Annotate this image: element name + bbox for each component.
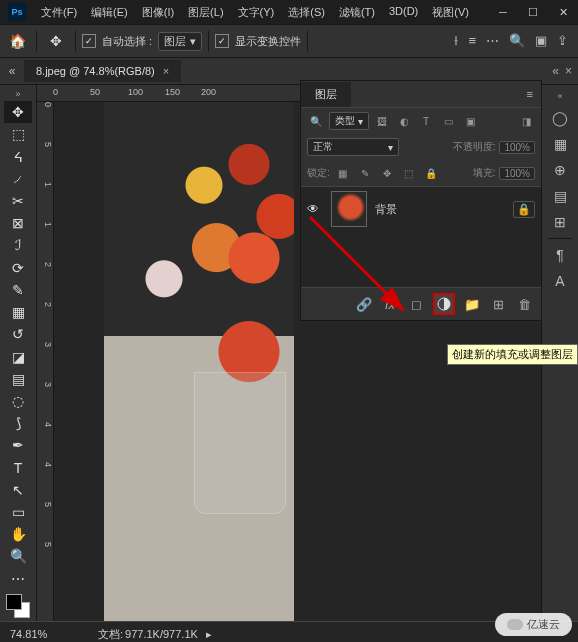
panel-header: 图层 ≡: [301, 81, 541, 108]
edit-toolbar-icon[interactable]: ⋯: [4, 568, 32, 590]
home-icon[interactable]: 🏠: [4, 28, 30, 54]
swatches-panel-icon[interactable]: ▦: [546, 131, 574, 157]
filter-type-icon[interactable]: T: [417, 112, 435, 130]
lock-artboard-icon[interactable]: ⬚: [400, 164, 418, 182]
menu-select[interactable]: 选择(S): [281, 1, 332, 24]
new-group-icon[interactable]: 📁: [463, 295, 481, 313]
menu-filter[interactable]: 滤镜(T): [332, 1, 382, 24]
blend-mode-dropdown[interactable]: 正常 ▾: [307, 138, 399, 156]
show-transform-checkbox[interactable]: ✓: [215, 34, 229, 48]
link-layers-icon[interactable]: 🔗: [355, 295, 373, 313]
healing-brush-tool[interactable]: ⟳: [4, 257, 32, 279]
delete-layer-icon[interactable]: 🗑: [515, 295, 533, 313]
minimize-icon[interactable]: ─: [488, 0, 518, 24]
crop-tool[interactable]: ✂: [4, 190, 32, 212]
zoom-value[interactable]: 74.81%: [0, 628, 74, 640]
tab-close-icon[interactable]: ×: [163, 65, 169, 77]
layer-thumbnail[interactable]: [331, 191, 367, 227]
layer-name[interactable]: 背景: [375, 202, 397, 217]
more-icon[interactable]: ⋯: [486, 33, 499, 49]
canvas[interactable]: [54, 102, 294, 621]
dodge-tool[interactable]: ⟆: [4, 412, 32, 434]
shape-tool[interactable]: ▭: [4, 501, 32, 523]
color-swatches[interactable]: [4, 594, 32, 621]
foreground-color-swatch[interactable]: [6, 594, 22, 610]
clone-stamp-tool[interactable]: ▦: [4, 301, 32, 323]
filter-type-dropdown[interactable]: 类型 ▾: [329, 112, 369, 130]
distribute-icon[interactable]: ≡: [468, 33, 476, 49]
history-brush-tool[interactable]: ↺: [4, 323, 32, 345]
filter-pixel-icon[interactable]: 🖼: [373, 112, 391, 130]
panel-menu-icon[interactable]: ≡: [527, 88, 541, 100]
rail-collapse-icon[interactable]: «: [557, 91, 562, 101]
menu-3d[interactable]: 3D(D): [382, 1, 425, 24]
new-fill-adjustment-layer-icon[interactable]: [433, 293, 455, 315]
align-icon[interactable]: ⫲: [454, 33, 458, 49]
filter-shape-icon[interactable]: ▭: [439, 112, 457, 130]
new-layer-icon[interactable]: ⊞: [489, 295, 507, 313]
doc-size[interactable]: 文档: 977.1K/977.1K ▸: [74, 627, 212, 642]
opacity-value[interactable]: 100%: [499, 141, 535, 154]
blur-tool[interactable]: ◌: [4, 390, 32, 412]
auto-select-checkbox[interactable]: ✓: [82, 34, 96, 48]
filter-smart-icon[interactable]: ▣: [461, 112, 479, 130]
type-tool[interactable]: T: [4, 457, 32, 479]
tab-close-all-icon[interactable]: ×: [565, 64, 572, 78]
layer-lock-icon[interactable]: 🔒: [513, 201, 535, 218]
menu-type[interactable]: 文字(Y): [231, 1, 282, 24]
filter-toggle-icon[interactable]: ◨: [517, 112, 535, 130]
options-bar: 🏠 ✥ ✓ 自动选择 : 图层 ▾ ✓ 显示变换控件 ⫲ ≡ ⋯ 🔍 ▣ ⇪: [0, 24, 578, 58]
maximize-icon[interactable]: ☐: [518, 0, 548, 24]
menu-view[interactable]: 视图(V): [425, 1, 476, 24]
search-icon[interactable]: 🔍: [307, 112, 325, 130]
path-select-tool[interactable]: ↖: [4, 479, 32, 501]
layers-tab[interactable]: 图层: [301, 82, 351, 107]
paragraph-panel-icon[interactable]: ¶: [546, 242, 574, 268]
frame-tool[interactable]: ⊠: [4, 212, 32, 234]
color-panel-icon[interactable]: ◯: [546, 105, 574, 131]
menu-layer[interactable]: 图层(L): [181, 1, 230, 24]
move-tool[interactable]: ✥: [4, 101, 32, 123]
lock-all-icon[interactable]: 🔒: [422, 164, 440, 182]
move-tool-icon[interactable]: ✥: [43, 28, 69, 54]
marquee-tool[interactable]: ⬚: [4, 123, 32, 145]
hand-tool[interactable]: ✋: [4, 523, 32, 545]
flyout-icon[interactable]: ▸: [206, 628, 212, 641]
libraries-panel-icon[interactable]: ⊞: [546, 209, 574, 235]
layer-row-background[interactable]: 👁 背景 🔒: [301, 187, 541, 231]
lasso-tool[interactable]: ᔦ: [4, 145, 32, 167]
properties-panel-icon[interactable]: ▤: [546, 183, 574, 209]
adjustments-panel-icon[interactable]: ⊕: [546, 157, 574, 183]
gradient-tool[interactable]: ▤: [4, 368, 32, 390]
toolbox-collapse-icon[interactable]: »: [15, 89, 20, 99]
tabs-expand-icon[interactable]: «: [552, 64, 559, 78]
fill-value[interactable]: 100%: [499, 167, 535, 180]
visibility-toggle-icon[interactable]: 👁: [307, 202, 323, 216]
add-mask-icon[interactable]: ◻: [407, 295, 425, 313]
zoom-tool[interactable]: 🔍: [4, 545, 32, 567]
menu-image[interactable]: 图像(I): [135, 1, 181, 24]
pen-tool[interactable]: ✒: [4, 434, 32, 456]
close-icon[interactable]: ✕: [548, 0, 578, 24]
search-icon[interactable]: 🔍: [509, 33, 525, 49]
workspace-icon[interactable]: ▣: [535, 33, 547, 49]
status-bar: 74.81% 文档: 977.1K/977.1K ▸: [0, 621, 578, 642]
tabs-collapse-icon[interactable]: «: [0, 64, 24, 78]
lock-position-icon[interactable]: ✥: [378, 164, 396, 182]
quick-select-tool[interactable]: ⟋: [4, 168, 32, 190]
lock-brush-icon[interactable]: ✎: [356, 164, 374, 182]
eraser-tool[interactable]: ◪: [4, 345, 32, 367]
document-tab[interactable]: 8.jpeg @ 74.8%(RGB/8) ×: [24, 60, 181, 82]
fx-icon[interactable]: fx: [381, 295, 399, 313]
share-icon[interactable]: ⇪: [557, 33, 568, 49]
auto-select-target-dropdown[interactable]: 图层 ▾: [158, 32, 202, 51]
layers-panel[interactable]: 图层 ≡ 🔍 类型 ▾ 🖼 ◐ T ▭ ▣ ◨ 正常 ▾ 不透明度: 100% …: [300, 80, 542, 321]
eyedropper-tool[interactable]: ℐ: [4, 234, 32, 256]
lock-image-icon[interactable]: ▦: [334, 164, 352, 182]
menu-edit[interactable]: 编辑(E): [84, 1, 135, 24]
menu-file[interactable]: 文件(F): [34, 1, 84, 24]
filter-adjust-icon[interactable]: ◐: [395, 112, 413, 130]
ruler-vertical[interactable]: 0 5 1 1 2 2 3 3 4 4 5 5: [37, 102, 54, 621]
brush-tool[interactable]: ✎: [4, 279, 32, 301]
character-panel-icon[interactable]: A: [546, 268, 574, 294]
